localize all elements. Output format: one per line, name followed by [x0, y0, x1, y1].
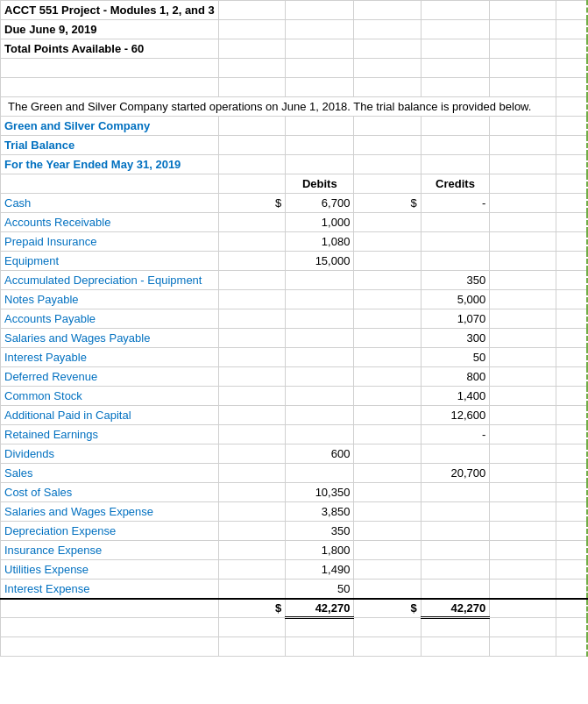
debit-dollar [218, 232, 285, 252]
debit-dollar [218, 580, 285, 599]
row-report-type: Trial Balance [1, 136, 588, 155]
totals-debit: 42,270 [286, 599, 354, 618]
credit-amount: - [421, 194, 490, 213]
debit-amount: 1,490 [286, 560, 354, 580]
debits-header: Debits [286, 174, 354, 194]
account-name: Salaries and Wages Expense [1, 502, 219, 522]
account-row: Accumulated Depreciation - Equipment350 [1, 271, 588, 290]
debit-dollar [218, 425, 285, 444]
row-empty-bottom-1 [1, 618, 588, 637]
debit-dollar [218, 522, 285, 541]
account-row: Utilities Expense1,490 [1, 560, 588, 580]
debit-dollar [218, 290, 285, 309]
debit-dollar [218, 252, 285, 271]
account-row: Depreciation Expense350 [1, 522, 588, 541]
account-row: Interest Expense50 [1, 580, 588, 599]
debit-amount: 3,850 [286, 502, 354, 522]
credit-dollar [354, 271, 421, 290]
credit-amount: 350 [421, 271, 490, 290]
intro-cell: The Green and Silver Company started ope… [1, 97, 556, 117]
credit-amount: 20,700 [421, 464, 490, 483]
debit-amount [286, 348, 354, 367]
credit-dollar [354, 483, 421, 502]
credit-amount [421, 213, 490, 232]
credit-dollar [354, 522, 421, 541]
debit-dollar [218, 444, 285, 464]
credit-amount: 1,400 [421, 387, 490, 406]
credit-amount: 5,000 [421, 290, 490, 309]
account-row: Accounts Receivable1,000 [1, 213, 588, 232]
debit-amount [286, 309, 354, 329]
due-date-cell: Due June 9, 2019 [1, 20, 219, 39]
credit-amount: - [421, 425, 490, 444]
account-row: Insurance Expense1,800 [1, 541, 588, 560]
debit-amount: 350 [286, 522, 354, 541]
credit-dollar [354, 387, 421, 406]
account-name: Interest Payable [1, 348, 219, 367]
totals-debit-dollar: $ [218, 599, 285, 618]
debit-dollar [218, 560, 285, 580]
account-row: Salaries and Wages Payable300 [1, 329, 588, 348]
row-company: Green and Silver Company [1, 117, 588, 136]
debit-amount: 6,700 [286, 194, 354, 213]
report-type-cell: Trial Balance [1, 136, 219, 155]
debit-dollar [218, 367, 285, 387]
credit-amount [421, 252, 490, 271]
debit-amount: 50 [286, 580, 354, 599]
account-row: Cost of Sales10,350 [1, 483, 588, 502]
credit-dollar [354, 464, 421, 483]
credit-dollar [354, 252, 421, 271]
account-row: Dividends600 [1, 444, 588, 464]
debit-dollar [218, 271, 285, 290]
row-due-date: Due June 9, 2019 [1, 20, 588, 39]
points-cell: Total Points Available - 60 [1, 39, 219, 59]
credits-header: Credits [421, 174, 490, 194]
credit-dollar [354, 580, 421, 599]
account-name: Sales [1, 464, 219, 483]
credit-dollar [354, 444, 421, 464]
account-name: Salaries and Wages Payable [1, 329, 219, 348]
account-row: Interest Payable50 [1, 348, 588, 367]
row-totals: $ 42,270 $ 42,270 [1, 599, 588, 618]
account-name: Prepaid Insurance [1, 232, 219, 252]
account-name: Insurance Expense [1, 541, 219, 560]
debit-amount: 10,350 [286, 483, 354, 502]
credit-amount [421, 444, 490, 464]
credit-dollar [354, 425, 421, 444]
credit-amount: 800 [421, 367, 490, 387]
account-name: Dividends [1, 444, 219, 464]
credit-amount [421, 541, 490, 560]
company-cell: Green and Silver Company [1, 117, 219, 136]
account-row: Notes Payable5,000 [1, 290, 588, 309]
account-name: Notes Payable [1, 290, 219, 309]
account-name: Accumulated Depreciation - Equipment [1, 271, 219, 290]
credit-dollar [354, 406, 421, 425]
account-row: Accounts Payable1,070 [1, 309, 588, 329]
account-name: Depreciation Expense [1, 522, 219, 541]
credit-amount [421, 560, 490, 580]
debit-dollar [218, 387, 285, 406]
totals-credit-dollar: $ [354, 599, 421, 618]
credit-amount: 12,600 [421, 406, 490, 425]
credit-dollar [354, 367, 421, 387]
credit-dollar [354, 502, 421, 522]
period-cell: For the Year Ended May 31, 2019 [1, 155, 219, 174]
debit-dollar [218, 348, 285, 367]
title-cell: ACCT 551 Project - Modules 1, 2, and 3 [1, 1, 219, 20]
credit-dollar [354, 348, 421, 367]
credit-dollar [354, 213, 421, 232]
debit-amount [286, 329, 354, 348]
debit-amount: 1,080 [286, 232, 354, 252]
row-title: ACCT 551 Project - Modules 1, 2, and 3 [1, 1, 588, 20]
credit-amount [421, 483, 490, 502]
totals-credit: 42,270 [421, 599, 490, 618]
row-intro: The Green and Silver Company started ope… [1, 97, 588, 117]
credit-dollar [354, 232, 421, 252]
account-row: Equipment15,000 [1, 252, 588, 271]
credit-amount [421, 580, 490, 599]
credit-amount [421, 522, 490, 541]
account-row: Prepaid Insurance1,080 [1, 232, 588, 252]
account-row: Sales20,700 [1, 464, 588, 483]
debit-dollar: $ [218, 194, 285, 213]
debit-dollar [218, 502, 285, 522]
